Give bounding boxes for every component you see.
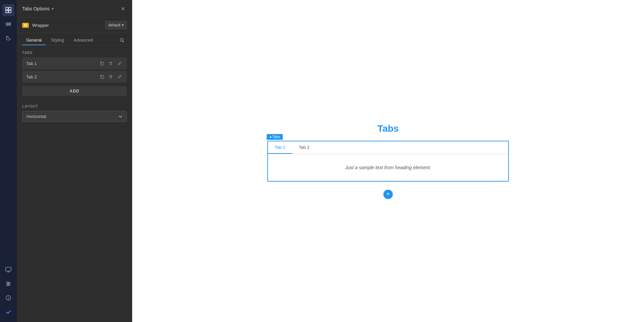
svg-rect-0 xyxy=(6,7,8,10)
add-below-button[interactable]: + xyxy=(383,190,393,199)
tabs-widget-wrapper: ◂ Tabs Tab 1 Tab 2 Just a sample text fr… xyxy=(267,141,509,182)
wrapper-id-badge: ID xyxy=(22,23,29,28)
tab-item-1-actions xyxy=(99,60,123,67)
tab-item-2-duplicate[interactable] xyxy=(99,73,105,80)
svg-rect-3 xyxy=(9,10,11,13)
search-button[interactable] xyxy=(117,36,127,45)
sidebar-item-history[interactable] xyxy=(2,32,14,44)
sidebar-item-info[interactable] xyxy=(2,292,14,304)
left-panel: Tabs Options ▾ ✕ ID Wrapper default ▾ Ge… xyxy=(17,0,132,322)
wrapper-select-chevron: ▾ xyxy=(122,23,124,27)
svg-rect-2 xyxy=(6,10,8,13)
tab-item-2-edit[interactable] xyxy=(116,73,123,80)
add-tab-button[interactable]: ADD xyxy=(22,86,127,96)
svg-rect-4 xyxy=(6,23,11,24)
wrapper-select-value: default xyxy=(108,23,120,27)
tab-item-2-label: Tab 2 xyxy=(26,74,99,79)
sidebar-item-layers[interactable] xyxy=(2,18,14,30)
svg-rect-13 xyxy=(101,76,104,78)
layout-section: Layout Horizontal xyxy=(22,104,127,122)
svg-rect-1 xyxy=(9,7,11,10)
svg-rect-5 xyxy=(6,24,11,25)
tabs-badge-text: ◂ Tabs xyxy=(269,135,280,139)
canvas-tab-2[interactable]: Tab 2 xyxy=(292,141,316,154)
tab-item-2[interactable]: Tab 2 xyxy=(22,71,127,83)
tab-item-1[interactable]: Tab 1 xyxy=(22,57,127,69)
canvas-tab-1[interactable]: Tab 1 xyxy=(268,141,292,154)
canvas-inner: Tabs ◂ Tabs Tab 1 Tab 2 Just a sample te… xyxy=(132,0,644,322)
canvas-tabs-title: Tabs xyxy=(377,123,398,134)
svg-point-8 xyxy=(8,283,10,284)
wrapper-select[interactable]: default ▾ xyxy=(105,21,127,29)
sidebar-item-monitor[interactable] xyxy=(2,264,14,276)
close-button[interactable]: ✕ xyxy=(119,5,127,13)
panel-title-chevron: ▾ xyxy=(52,6,54,11)
svg-point-7 xyxy=(7,282,8,283)
panel-content: Tabs Tab 1 xyxy=(17,45,132,322)
sidebar-item-sliders[interactable] xyxy=(2,278,14,290)
tab-item-1-duplicate[interactable] xyxy=(99,60,105,67)
panel-header: Tabs Options ▾ ✕ xyxy=(17,0,132,18)
tab-item-1-delete[interactable] xyxy=(107,60,114,67)
tab-item-2-actions xyxy=(99,73,123,80)
tab-general[interactable]: General xyxy=(22,36,46,45)
layout-chevron-icon xyxy=(118,115,122,119)
svg-point-9 xyxy=(7,284,8,286)
wrapper-row: ID Wrapper default ▾ xyxy=(17,18,132,33)
tabs-widget: Tab 1 Tab 2 Just a sample text from head… xyxy=(267,141,509,182)
tabs-widget-container: Tabs ◂ Tabs Tab 1 Tab 2 Just a sample te… xyxy=(267,123,509,199)
svg-rect-12 xyxy=(101,62,104,65)
tab-item-1-label: Tab 1 xyxy=(26,61,99,66)
wrapper-label: Wrapper xyxy=(32,23,102,28)
tab-advanced[interactable]: Advanced xyxy=(69,36,97,45)
layout-section-label: Layout xyxy=(22,104,127,108)
icon-bar-bottom xyxy=(2,264,14,318)
sidebar-item-check[interactable] xyxy=(2,306,14,318)
tabs-content: Just a sample text from heading element. xyxy=(268,154,508,181)
panel-tabs: General Styling Advanced xyxy=(17,33,132,45)
tab-items-list: Tab 1 xyxy=(22,57,127,83)
tabs-nav: Tab 1 Tab 2 xyxy=(268,141,508,154)
panel-title: Tabs Options ▾ xyxy=(22,6,54,11)
layout-select-value: Horizontal xyxy=(26,114,46,119)
panel-title-text: Tabs Options xyxy=(22,6,50,11)
sidebar-item-grid[interactable] xyxy=(2,4,14,16)
tab-item-2-delete[interactable] xyxy=(107,73,114,80)
tabs-label-badge: ◂ Tabs xyxy=(267,134,283,140)
tabs-content-text: Just a sample text from heading element. xyxy=(345,165,431,170)
svg-rect-6 xyxy=(6,267,11,271)
icon-bar xyxy=(0,0,17,322)
layout-select[interactable]: Horizontal xyxy=(22,111,127,122)
tab-styling[interactable]: Styling xyxy=(47,36,68,45)
tabs-section-label: Tabs xyxy=(22,51,127,55)
canvas-area: Tabs ◂ Tabs Tab 1 Tab 2 Just a sample te… xyxy=(132,0,644,322)
tab-item-1-edit[interactable] xyxy=(116,60,123,67)
